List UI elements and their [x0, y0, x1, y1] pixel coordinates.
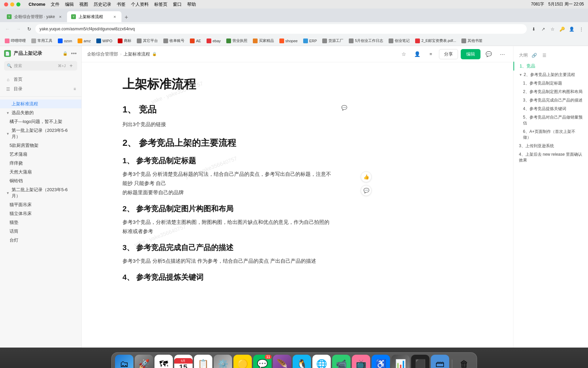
- more-options-button[interactable]: ⋯: [497, 49, 508, 60]
- dock-finder2[interactable]: 🗃: [431, 355, 449, 368]
- outline-item-2-6[interactable]: 6、A+页面制作（首次上架不做）: [513, 127, 588, 142]
- outline-item-2-4[interactable]: 4、参考竞品提炼关键词: [513, 105, 588, 113]
- more-icon[interactable]: ⋮: [577, 25, 585, 33]
- bookmark-buyer[interactable]: 买家精品: [251, 37, 276, 44]
- menubar-profile[interactable]: 个人资料: [131, 1, 149, 7]
- dock-chrome[interactable]: 🌐: [312, 355, 331, 368]
- float-comment-button[interactable]: 💬: [361, 185, 372, 196]
- menubar-tabs[interactable]: 标签页: [154, 1, 167, 7]
- bookmark-amz[interactable]: amz: [76, 38, 93, 44]
- bookmark-pdf[interactable]: 2_E邮宝资费表.pdf...: [413, 37, 458, 44]
- back-button[interactable]: ←: [3, 24, 12, 34]
- share-page-icon[interactable]: ↗: [539, 25, 547, 33]
- bookmark-shopee[interactable]: shopee: [277, 38, 300, 44]
- outline-item-2-3[interactable]: 3、参考竞品完成自己产品的描述: [513, 96, 588, 105]
- forward-button[interactable]: →: [14, 24, 23, 34]
- bookmark-business[interactable]: 营业执照: [224, 37, 249, 44]
- download-icon[interactable]: ⬇: [529, 25, 538, 33]
- comment-button[interactable]: 💬: [483, 49, 494, 60]
- tree-item-batch1[interactable]: ▼ 第一批上架记录（2023年5-6月）: [0, 126, 81, 141]
- menubar-window[interactable]: 窗口: [173, 1, 182, 7]
- bookmark-ozon[interactable]: ozon: [56, 38, 74, 44]
- new-tab-button[interactable]: +: [121, 13, 131, 22]
- tree-item-active[interactable]: 上架标准流程: [0, 99, 81, 108]
- tab-1-close[interactable]: ✕: [58, 14, 63, 19]
- bookmark-other-platform[interactable]: 其它平台: [135, 37, 160, 44]
- toc-button[interactable]: ≡: [425, 49, 436, 60]
- tree-item-selections-failed[interactable]: ▼ 选品失败的: [0, 108, 81, 117]
- bookmark-tools[interactable]: 常用工具: [29, 37, 54, 44]
- nav-home[interactable]: ⌂ 首页: [0, 75, 81, 84]
- sidebar-search[interactable]: 🔍 搜索 ⌘+J +: [4, 61, 77, 71]
- tree-item-lamp[interactable]: 台灯: [0, 236, 81, 245]
- tree-item-scratcher[interactable]: 痒痒挠: [0, 159, 81, 168]
- dock-wechat[interactable]: 💬 11: [253, 355, 272, 368]
- outline-list-icon[interactable]: ☰: [541, 51, 548, 59]
- tree-item-cat-flat-bed[interactable]: 猫平面吊床: [0, 200, 81, 209]
- dock-trash[interactable]: 🗑: [455, 355, 473, 368]
- profile-icon[interactable]: 👤: [568, 25, 576, 33]
- dock-qq[interactable]: 🐧: [293, 355, 311, 368]
- star-button[interactable]: ☆: [398, 49, 409, 60]
- address-input[interactable]: yake.yuque.com/asmvm5/cf4psd/dgunowi8zzx…: [35, 24, 527, 34]
- bookmark-bilibil[interactable]: 哔哩哔哩: [3, 37, 28, 44]
- bookmark-ae[interactable]: AE: [188, 38, 203, 44]
- dock-miro[interactable]: 🟡: [233, 355, 252, 368]
- dock-reminders[interactable]: 📋: [194, 355, 212, 368]
- bookmark-wipo[interactable]: WIPO: [94, 38, 114, 44]
- bookmark-accounts[interactable]: 收单账号: [161, 37, 186, 44]
- tree-item-bell[interactable]: 铜铃铛: [0, 177, 81, 185]
- tree-item-kitchen-rack[interactable]: 5款厨房置物架: [0, 141, 81, 150]
- bookmark-ebay[interactable]: ebay: [205, 38, 223, 44]
- tab-2[interactable]: Y 上架标准流程 ✕: [67, 11, 121, 22]
- edit-button[interactable]: 编辑: [461, 49, 480, 59]
- outline-item-2-2[interactable]: 2、参考竞品制定图片构图和布局: [513, 88, 588, 96]
- tree-item-orange[interactable]: 橘子---logo问题，暂不上架: [0, 117, 81, 126]
- sidebar-more-button[interactable]: •••: [70, 50, 77, 57]
- dock-bilibili[interactable]: 📺: [352, 355, 370, 368]
- tree-item-cat-3d-bed[interactable]: 猫立体吊床: [0, 209, 81, 218]
- user-tag-button[interactable]: 👤: [412, 49, 423, 60]
- traffic-lights[interactable]: [4, 2, 20, 6]
- add-doc-button[interactable]: +: [68, 62, 75, 69]
- dock-launchpad[interactable]: 🚀: [135, 355, 153, 368]
- tree-item-fan1[interactable]: 艺术蒲扇: [0, 150, 81, 159]
- dock-overflow[interactable]: ⬛: [411, 355, 429, 368]
- bookmark-other[interactable]: 其他书签: [459, 37, 485, 44]
- dock-preferences[interactable]: ⚙️: [214, 355, 232, 368]
- bookmark-star-icon[interactable]: ☆: [549, 25, 557, 33]
- outline-item-1[interactable]: 1、竞品: [513, 62, 588, 71]
- dock-accessibility[interactable]: ♿: [372, 355, 390, 368]
- dock-activity-monitor[interactable]: 📊: [391, 355, 410, 368]
- extension-icon[interactable]: 🔑: [558, 25, 566, 33]
- breadcrumb-parent[interactable]: 企盼综合管理部: [87, 51, 118, 57]
- outline-item-2[interactable]: ▼ 2、参考竞品上架的主要流程: [513, 71, 588, 79]
- tree-item-microphone[interactable]: 话筒: [0, 227, 81, 236]
- outline-link-icon[interactable]: 🔗: [530, 51, 538, 59]
- dock-maps[interactable]: 🗺: [154, 355, 173, 368]
- like-button[interactable]: 👍: [361, 171, 372, 182]
- dock-feather[interactable]: 🪶: [273, 355, 291, 368]
- menubar-bookmarks[interactable]: 书签: [117, 1, 126, 7]
- dock-facetime[interactable]: 📹: [332, 355, 350, 368]
- bookmark-supply[interactable]: 货源工厂: [320, 37, 345, 44]
- outline-item-2-5[interactable]: 5、参考竞品对自己产品做销量预估: [513, 113, 588, 127]
- outline-item-3[interactable]: 3、上传到亚逊系统: [513, 142, 588, 150]
- bookmark-erp[interactable]: ERP: [301, 38, 319, 44]
- bookmark-notes[interactable]: 创业笔记: [387, 37, 412, 44]
- minimize-window-button[interactable]: [10, 2, 14, 6]
- tree-item-cat-mat[interactable]: 猫垫: [0, 218, 81, 227]
- outline-item-2-1[interactable]: 1、参考竞品制定标题: [513, 79, 588, 88]
- tab-1[interactable]: Y 企盼综合管理部 · yake ✕: [3, 11, 67, 22]
- bookmark-trademark[interactable]: 商标: [116, 37, 133, 44]
- outline-item-4[interactable]: 4、上架后去 new release 里面确认效果: [513, 150, 588, 165]
- menubar-view[interactable]: 视图: [79, 1, 88, 7]
- fullscreen-window-button[interactable]: [16, 2, 20, 6]
- tab-2-close[interactable]: ✕: [112, 14, 117, 19]
- dock-calendar[interactable]: 5月 15: [174, 355, 193, 368]
- nav-contents[interactable]: ☰ 目录 ≡: [0, 84, 81, 94]
- close-window-button[interactable]: [4, 2, 8, 6]
- bookmark-journal[interactable]: 5月创业工作日志: [347, 37, 385, 44]
- share-button[interactable]: 分享: [439, 49, 458, 59]
- tree-item-batch2[interactable]: ▼ 第二批上架记录（2023年5-6月）: [0, 185, 81, 200]
